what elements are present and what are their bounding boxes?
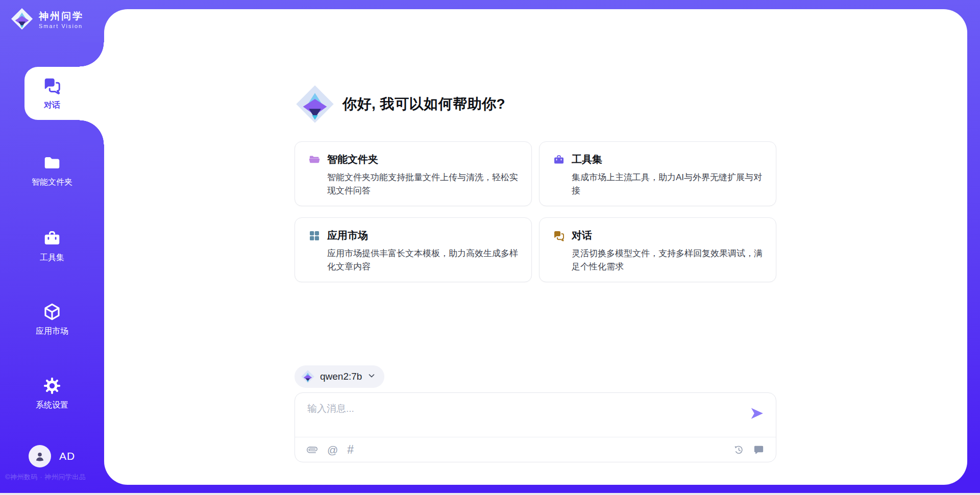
sidebar-item-app-market[interactable]: 应用市场 xyxy=(0,302,104,337)
user-name: AD xyxy=(59,450,75,462)
assistant-logo-icon xyxy=(295,84,335,125)
feature-cards: 智能文件夹 智能文件夹功能支持批量文件上传与清洗，轻松实现文件问答 工具集 集成… xyxy=(295,141,776,282)
brand-logo-icon xyxy=(10,7,34,33)
folder-icon xyxy=(42,153,62,172)
attachment-icon[interactable] xyxy=(306,444,318,456)
card-app-market[interactable]: 应用市场 应用市场提供丰富长文本模板，助力高效生成多样化文章内容 xyxy=(295,217,532,282)
cube-icon xyxy=(42,302,62,321)
sidebar-item-label: 工具集 xyxy=(40,253,64,263)
card-title: 应用市场 xyxy=(327,229,368,242)
app-grid-icon xyxy=(308,230,321,242)
tab-fillet-bottom xyxy=(80,120,104,144)
model-logo-icon xyxy=(301,369,315,384)
toolbox-icon xyxy=(553,154,565,166)
message-input[interactable] xyxy=(307,402,736,432)
sidebar-item-label: 智能文件夹 xyxy=(32,177,72,188)
hashtag-icon[interactable]: # xyxy=(347,444,354,456)
toolbox-icon xyxy=(42,229,62,248)
history-icon[interactable] xyxy=(733,444,745,456)
avatar xyxy=(29,445,51,467)
greeting-text: 你好, 我可以如何帮助你? xyxy=(342,94,505,114)
brand: 神州问学 Smart Vision xyxy=(10,7,84,33)
user-account[interactable]: AD xyxy=(29,445,75,467)
card-toolbox[interactable]: 工具集 集成市场上主流工具，助力AI与外界无缝扩展与对接 xyxy=(539,141,776,206)
brand-title: 神州问学 xyxy=(39,11,84,22)
message-composer: @ # xyxy=(295,392,776,462)
sidebar: 神州问学 Smart Vision 对话 智能文件夹 xyxy=(0,0,104,495)
model-selector[interactable]: qwen2:7b xyxy=(295,365,384,388)
sidebar-item-chat[interactable]: 对话 xyxy=(0,76,104,111)
sidebar-item-smart-folder[interactable]: 智能文件夹 xyxy=(0,153,104,188)
card-smart-folder[interactable]: 智能文件夹 智能文件夹功能支持批量文件上传与清洗，轻松实现文件问答 xyxy=(295,141,532,206)
window-bottom-edge xyxy=(0,493,980,495)
card-description: 集成市场上主流工具，助力AI与外界无缝扩展与对接 xyxy=(572,171,768,197)
send-button[interactable] xyxy=(749,406,765,421)
send-icon xyxy=(749,406,765,421)
card-title: 工具集 xyxy=(572,153,602,166)
card-title: 智能文件夹 xyxy=(327,153,378,166)
composer-toolbar: @ # xyxy=(306,437,765,462)
sidebar-item-label: 对话 xyxy=(44,100,60,111)
sidebar-item-toolbox[interactable]: 工具集 xyxy=(0,229,104,263)
chevron-down-icon xyxy=(367,371,376,382)
card-chat[interactable]: 对话 灵活切换多模型文件，支持多样回复效果调试，满足个性化需求 xyxy=(539,217,776,282)
greeting: 你好, 我可以如何帮助你? xyxy=(295,84,505,125)
mention-icon[interactable]: @ xyxy=(327,444,338,455)
copyright-footer: ©神州数码 · 神州问学出品 xyxy=(5,473,117,482)
feedback-message-icon[interactable] xyxy=(753,444,765,456)
chat-icon xyxy=(42,76,62,95)
card-description: 智能文件夹功能支持批量文件上传与清洗，轻松实现文件问答 xyxy=(327,171,523,197)
brand-subtitle: Smart Vision xyxy=(39,23,84,29)
tab-fillet-top xyxy=(80,42,104,67)
sidebar-item-label: 系统设置 xyxy=(36,400,68,411)
gear-icon xyxy=(42,376,62,395)
folder-open-icon xyxy=(308,154,321,166)
sidebar-item-label: 应用市场 xyxy=(36,326,68,337)
card-description: 应用市场提供丰富长文本模板，助力高效生成多样化文章内容 xyxy=(327,247,523,273)
main-panel: 你好, 我可以如何帮助你? 智能文件夹 智能文件夹功能支持批量文件上传与清洗，轻… xyxy=(104,9,967,485)
card-description: 灵活切换多模型文件，支持多样回复效果调试，满足个性化需求 xyxy=(572,247,768,273)
chat-icon xyxy=(553,230,565,242)
sidebar-item-settings[interactable]: 系统设置 xyxy=(0,376,104,411)
model-name: qwen2:7b xyxy=(320,371,362,382)
card-title: 对话 xyxy=(572,229,592,242)
